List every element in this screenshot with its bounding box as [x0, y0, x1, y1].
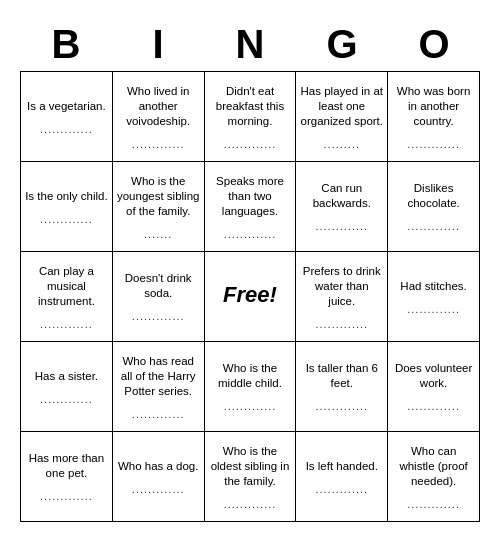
cell-text-3: Has played in at least one organized spo… [300, 84, 383, 129]
cell-dots-16: ............. [132, 407, 185, 421]
cell-text-7: Speaks more than two languages. [209, 174, 292, 219]
bingo-cell-3: Has played in at least one organized spo… [296, 72, 388, 162]
cell-dots-11: ............. [132, 309, 185, 323]
bingo-cell-20: Has more than one pet.............. [21, 432, 113, 522]
bingo-cell-0: Is a vegetarian.............. [21, 72, 113, 162]
cell-dots-22: ............. [224, 497, 277, 511]
header-letter-B: B [22, 22, 110, 67]
bingo-cell-23: Is left handed.............. [296, 432, 388, 522]
bingo-cell-18: Is taller than 6 feet.............. [296, 342, 388, 432]
bingo-cell-9: Dislikes chocolate.............. [388, 162, 480, 252]
cell-text-13: Prefers to drink water than juice. [300, 264, 383, 309]
header-letter-G: G [298, 22, 386, 67]
cell-dots-0: ............. [40, 122, 93, 136]
cell-dots-21: ............. [132, 482, 185, 496]
cell-dots-23: ............. [315, 482, 368, 496]
header-letter-I: I [114, 22, 202, 67]
bingo-cell-2: Didn't eat breakfast this morning.......… [205, 72, 297, 162]
cell-text-10: Can play a musical instrument. [25, 264, 108, 309]
bingo-cell-15: Has a sister.............. [21, 342, 113, 432]
cell-text-18: Is taller than 6 feet. [300, 361, 383, 391]
cell-dots-6: ....... [144, 227, 172, 241]
cell-text-6: Who is the youngest sibling of the famil… [117, 174, 200, 219]
cell-text-11: Doesn't drink soda. [117, 271, 200, 301]
cell-dots-1: ............. [132, 137, 185, 151]
cell-dots-10: ............. [40, 317, 93, 331]
bingo-cell-19: Does volunteer work.............. [388, 342, 480, 432]
cell-text-0: Is a vegetarian. [27, 99, 106, 114]
header-letter-O: O [390, 22, 478, 67]
cell-dots-7: ............. [224, 227, 277, 241]
bingo-cell-7: Speaks more than two languages..........… [205, 162, 297, 252]
cell-text-4: Who was born in another country. [392, 84, 475, 129]
cell-dots-17: ............. [224, 399, 277, 413]
cell-dots-5: ............. [40, 212, 93, 226]
cell-dots-20: ............. [40, 489, 93, 503]
cell-text-15: Has a sister. [35, 369, 98, 384]
cell-text-16: Who has read all of the Harry Potter ser… [117, 354, 200, 399]
header-letter-N: N [206, 22, 294, 67]
cell-text-1: Who lived in another voivodeship. [117, 84, 200, 129]
bingo-cell-10: Can play a musical instrument...........… [21, 252, 113, 342]
cell-text-14: Had stitches. [400, 279, 466, 294]
bingo-card: BINGO Is a vegetarian..............Who l… [10, 12, 490, 532]
cell-text-23: Is left handed. [306, 459, 378, 474]
cell-dots-18: ............. [315, 399, 368, 413]
cell-dots-3: ......... [324, 137, 361, 151]
bingo-cell-17: Who is the middle child.............. [205, 342, 297, 432]
cell-text-21: Who has a dog. [118, 459, 199, 474]
bingo-cell-13: Prefers to drink water than juice.......… [296, 252, 388, 342]
bingo-cell-6: Who is the youngest sibling of the famil… [113, 162, 205, 252]
bingo-cell-24: Who can whistle (proof needed)..........… [388, 432, 480, 522]
bingo-cell-21: Who has a dog.............. [113, 432, 205, 522]
bingo-cell-22: Who is the oldest sibling in the family.… [205, 432, 297, 522]
cell-text-9: Dislikes chocolate. [392, 181, 475, 211]
cell-dots-4: ............. [407, 137, 460, 151]
cell-dots-13: ............. [315, 317, 368, 331]
cell-text-2: Didn't eat breakfast this morning. [209, 84, 292, 129]
cell-text-8: Can run backwards. [300, 181, 383, 211]
free-cell: Free! [205, 252, 297, 342]
bingo-header: BINGO [20, 22, 480, 67]
bingo-cell-4: Who was born in another country.........… [388, 72, 480, 162]
bingo-cell-14: Had stitches.............. [388, 252, 480, 342]
cell-dots-14: ............. [407, 302, 460, 316]
cell-dots-15: ............. [40, 392, 93, 406]
cell-text-17: Who is the middle child. [209, 361, 292, 391]
cell-dots-2: ............. [224, 137, 277, 151]
cell-dots-8: ............. [315, 219, 368, 233]
bingo-cell-11: Doesn't drink soda.............. [113, 252, 205, 342]
cell-dots-9: ............. [407, 219, 460, 233]
cell-text-20: Has more than one pet. [25, 451, 108, 481]
cell-dots-24: ............. [407, 497, 460, 511]
cell-text-19: Does volunteer work. [392, 361, 475, 391]
bingo-cell-16: Who has read all of the Harry Potter ser… [113, 342, 205, 432]
cell-text-22: Who is the oldest sibling in the family. [209, 444, 292, 489]
cell-text-5: Is the only child. [25, 189, 107, 204]
bingo-cell-1: Who lived in another voivodeship........… [113, 72, 205, 162]
bingo-cell-5: Is the only child.............. [21, 162, 113, 252]
bingo-grid: Is a vegetarian..............Who lived i… [20, 71, 480, 522]
bingo-cell-8: Can run backwards.............. [296, 162, 388, 252]
free-cell-text: Free! [223, 281, 277, 310]
cell-text-24: Who can whistle (proof needed). [392, 444, 475, 489]
cell-dots-19: ............. [407, 399, 460, 413]
